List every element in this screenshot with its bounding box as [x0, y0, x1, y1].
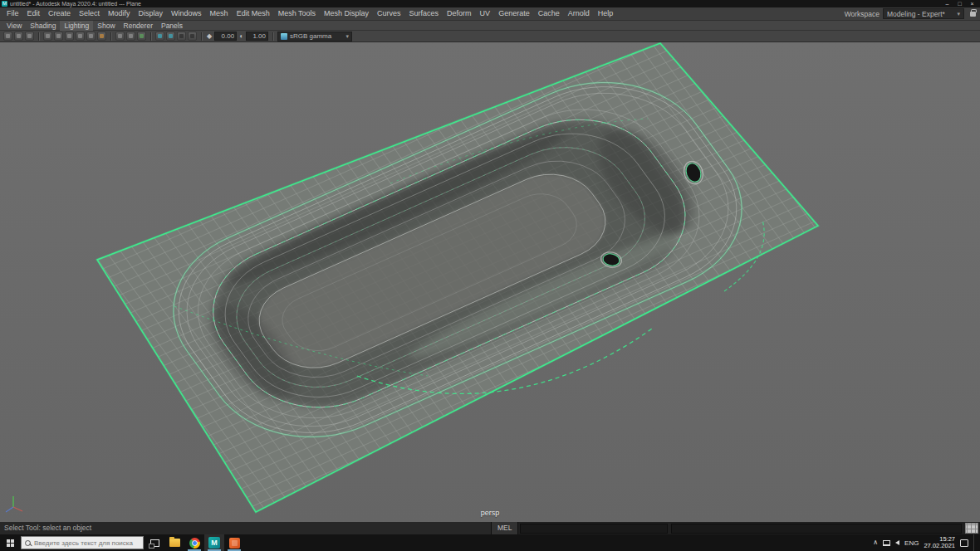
workspace-label: Workspace	[845, 10, 880, 18]
exposure-field[interactable]	[214, 32, 237, 41]
toolbar-separator	[110, 32, 111, 41]
menu-create[interactable]: Create	[44, 7, 75, 20]
toolbar-separator	[201, 32, 202, 41]
chrome-icon	[189, 538, 200, 549]
workspace-dropdown[interactable]: Modeling - Expert* ▾	[883, 8, 964, 19]
menu-mesh[interactable]: Mesh	[206, 7, 233, 20]
ipr-render-icon[interactable]	[166, 32, 175, 41]
menu-surfaces[interactable]: Surfaces	[405, 7, 443, 20]
taskbar-search[interactable]	[21, 536, 144, 549]
menu-file[interactable]: File	[2, 7, 23, 20]
menu-select[interactable]: Select	[75, 7, 104, 20]
view-transform-value: sRGB gamma	[290, 32, 331, 40]
menu-edit-mesh[interactable]: Edit Mesh	[233, 7, 274, 20]
windows-taskbar: M ∧ ENG 15:27 27.02.2021	[0, 534, 980, 551]
color-management-icon	[281, 33, 287, 40]
maya-icon: M	[208, 537, 220, 549]
panel-menu-renderer[interactable]: Renderer	[120, 21, 157, 31]
maya-app-icon: M	[2, 1, 7, 7]
search-input[interactable]	[34, 539, 140, 547]
toolbar-separator	[38, 32, 39, 41]
menu-cache[interactable]: Cache	[534, 7, 564, 20]
file-explorer-button[interactable]	[164, 534, 184, 551]
maximize-button[interactable]: □	[953, 0, 966, 7]
lock-workspace-icon[interactable]	[970, 12, 976, 17]
menu-mesh-tools[interactable]: Mesh Tools	[274, 7, 320, 20]
viewport-canvas[interactable]	[0, 42, 980, 522]
command-language-toggle[interactable]: MEL	[492, 522, 518, 534]
output-connections-icon[interactable]	[126, 32, 135, 41]
construction-history-icon[interactable]	[137, 32, 146, 41]
gamma-field[interactable]	[246, 32, 268, 41]
chrome-button[interactable]	[184, 534, 204, 551]
menu-windows[interactable]: Windows	[167, 7, 206, 20]
window-controls: – □ ×	[941, 0, 978, 7]
menu-deform[interactable]: Deform	[443, 7, 476, 20]
menu-help[interactable]: Help	[594, 7, 618, 20]
command-result[interactable]	[671, 524, 962, 534]
select-by-component-type-icon[interactable]	[25, 32, 34, 41]
render-settings-icon[interactable]	[177, 32, 186, 41]
input-connections-icon[interactable]	[115, 32, 125, 41]
snap-to-curves-icon[interactable]	[54, 32, 63, 41]
orange-app-button[interactable]	[224, 534, 244, 551]
help-line-text: Select Tool: select an object	[0, 522, 492, 534]
show-desktop-button[interactable]	[973, 534, 977, 551]
toolbar-separator	[272, 32, 273, 41]
workspace-area: Workspace Modeling - Expert* ▾	[845, 8, 978, 19]
start-button[interactable]	[0, 534, 20, 551]
maya-window: M untitled* - Autodesk Maya 2020.4: unti…	[0, 0, 980, 551]
command-input[interactable]	[520, 524, 668, 534]
menu-mesh-display[interactable]: Mesh Display	[320, 7, 373, 20]
camera-label: persp	[0, 509, 980, 517]
render-current-frame-icon[interactable]	[155, 32, 164, 41]
isolate-select-icon[interactable]	[188, 32, 197, 41]
search-icon	[25, 540, 31, 546]
main-menu-bar: File Edit Create Select Modify Display W…	[0, 7, 980, 21]
minimize-button[interactable]: –	[941, 0, 953, 7]
panel-menu-panels[interactable]: Panels	[157, 21, 187, 31]
make-object-live-icon[interactable]	[97, 32, 106, 41]
system-tray: ∧ ENG 15:27 27.02.2021	[873, 534, 980, 551]
menu-display[interactable]: Display	[135, 7, 168, 20]
menu-edit[interactable]: Edit	[23, 7, 45, 20]
orange-app-icon	[229, 538, 240, 549]
language-indicator[interactable]: ENG	[904, 539, 919, 547]
menu-uv[interactable]: UV	[476, 7, 495, 20]
clock[interactable]: 15:27 27.02.2021	[924, 536, 955, 550]
script-editor-button[interactable]	[965, 523, 978, 534]
menu-curves[interactable]: Curves	[373, 7, 405, 20]
chevron-down-icon: ▾	[957, 11, 960, 17]
snap-to-view-planes-icon[interactable]	[86, 32, 96, 41]
viewport-panel[interactable]: persp	[0, 42, 980, 522]
snap-to-projected-center-icon[interactable]	[76, 32, 85, 41]
task-view-icon	[150, 539, 159, 547]
task-view-button[interactable]	[145, 534, 164, 551]
tray-expand-icon[interactable]: ∧	[873, 539, 878, 547]
menu-modify[interactable]: Modify	[104, 7, 135, 20]
snap-to-grid-icon[interactable]	[43, 32, 52, 41]
panel-menu-lighting[interactable]: Lighting	[60, 21, 93, 31]
volume-icon[interactable]	[895, 540, 899, 545]
clock-date: 27.02.2021	[924, 543, 955, 550]
help-and-command-line: Select Tool: select an object MEL	[0, 522, 980, 534]
windows-logo-icon	[7, 539, 14, 547]
toolbar-separator	[150, 32, 151, 41]
panel-menu-show[interactable]: Show	[93, 21, 119, 31]
maya-taskbar-button[interactable]: M	[204, 534, 224, 551]
select-by-hierarchy-icon[interactable]	[3, 32, 12, 41]
menu-generate[interactable]: Generate	[494, 7, 534, 20]
folder-icon	[169, 539, 180, 547]
title-bar: M untitled* - Autodesk Maya 2020.4: unti…	[0, 0, 980, 7]
select-by-object-type-icon[interactable]	[14, 32, 23, 41]
action-center-icon[interactable]	[960, 539, 968, 547]
snap-to-points-icon[interactable]	[65, 32, 74, 41]
panel-menu-view[interactable]: View	[2, 21, 26, 31]
panel-menu-shading[interactable]: Shading	[26, 21, 60, 31]
exposure-icon[interactable]: ◆	[206, 32, 213, 41]
close-button[interactable]: ×	[966, 0, 978, 7]
contrast-icon[interactable]: ◐	[238, 32, 244, 41]
network-icon[interactable]	[883, 540, 890, 546]
view-transform-dropdown[interactable]: sRGB gamma ▾	[277, 32, 352, 41]
menu-arnold[interactable]: Arnold	[564, 7, 594, 20]
